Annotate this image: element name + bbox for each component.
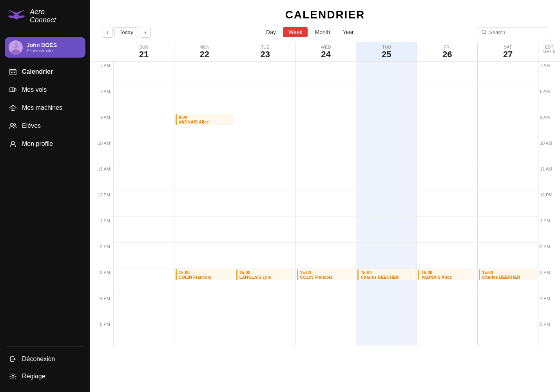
cell-fri-3pm[interactable]: 15:00 VADNAIS Alice: [417, 269, 478, 294]
cell-sat-1pm[interactable]: [478, 217, 538, 243]
event-vadnais-fri-3pm[interactable]: 15:00 VADNAIS Alice: [418, 269, 476, 280]
cell-tue-2pm[interactable]: [235, 243, 296, 269]
cell-tue-3pm[interactable]: 15:00 LANGLAIS Lyle: [235, 269, 296, 294]
cell-mon-3pm[interactable]: 15:00 COLIN Francois: [174, 269, 235, 294]
cell-tue-4pm[interactable]: [235, 294, 296, 320]
cell-mon-2pm[interactable]: [174, 243, 235, 269]
cell-tue-8am[interactable]: [235, 87, 296, 113]
cell-fri-1pm[interactable]: [417, 217, 478, 243]
sidebar-item-reglage[interactable]: Réglage: [3, 368, 87, 385]
cell-sat-3pm[interactable]: 15:00 Charles BEECHER: [478, 269, 538, 294]
cell-fri-11am[interactable]: [417, 165, 478, 191]
cell-thu-4pm[interactable]: [356, 294, 417, 320]
cell-sat-12pm[interactable]: [478, 191, 538, 217]
cell-thu-7am[interactable]: [356, 62, 417, 87]
cell-mon-1pm[interactable]: [174, 217, 235, 243]
cell-sat-8am[interactable]: [478, 87, 538, 113]
event-colin-wed-3pm[interactable]: 15:00 COLIN Francois: [297, 269, 355, 280]
cell-wed-3pm[interactable]: 15:00 COLIN Francois: [296, 269, 357, 294]
view-week-button[interactable]: Week: [283, 27, 308, 37]
event-vadnais-alice-9am[interactable]: 9:00 VADNAIS Alice: [176, 114, 234, 125]
sidebar-item-mon-profile[interactable]: Mon profile: [3, 135, 87, 152]
sidebar-item-mes-vols[interactable]: Mes vols: [3, 81, 87, 98]
cell-sun-4pm[interactable]: [114, 294, 174, 320]
cell-sun-10am[interactable]: [114, 139, 174, 165]
user-profile-card[interactable]: John DOES Pilot instructor: [5, 37, 85, 58]
cell-fri-4pm[interactable]: [417, 294, 478, 320]
cell-tue-10am[interactable]: [235, 139, 296, 165]
cell-wed-4pm[interactable]: [296, 294, 357, 320]
cell-thu-1pm[interactable]: [356, 217, 417, 243]
cell-sat-5pm[interactable]: [478, 320, 538, 346]
cell-thu-3pm[interactable]: 15:00 Charles BEECHER: [356, 269, 417, 294]
cell-thu-2pm[interactable]: [356, 243, 417, 269]
cell-wed-7am[interactable]: [296, 62, 357, 87]
cell-wed-10am[interactable]: [296, 139, 357, 165]
cell-wed-12pm[interactable]: [296, 191, 357, 217]
cell-mon-10am[interactable]: [174, 139, 235, 165]
cell-sun-2pm[interactable]: [114, 243, 174, 269]
cell-wed-11am[interactable]: [296, 165, 357, 191]
view-month-button[interactable]: Month: [309, 27, 335, 37]
event-beecher-sat-3pm[interactable]: 15:00 Charles BEECHER: [479, 269, 537, 280]
cell-thu-12pm[interactable]: [356, 191, 417, 217]
cell-mon-7am[interactable]: [174, 62, 235, 87]
next-week-button[interactable]: ›: [140, 27, 151, 38]
cell-sun-7am[interactable]: [114, 62, 174, 87]
cell-tue-1pm[interactable]: [235, 217, 296, 243]
cell-fri-10am[interactable]: [417, 139, 478, 165]
cell-wed-5pm[interactable]: [296, 320, 357, 346]
sidebar-item-eleves[interactable]: Elèves: [3, 117, 87, 134]
view-day-button[interactable]: Day: [261, 27, 281, 37]
cell-sun-11am[interactable]: [114, 165, 174, 191]
cell-mon-5pm[interactable]: [174, 320, 235, 346]
cell-fri-5pm[interactable]: [417, 320, 478, 346]
cell-thu-11am[interactable]: [356, 165, 417, 191]
cell-tue-9am[interactable]: [235, 113, 296, 139]
cell-sat-9am[interactable]: [478, 113, 538, 139]
cell-sun-1pm[interactable]: [114, 217, 174, 243]
cell-tue-12pm[interactable]: [235, 191, 296, 217]
cell-sun-12pm[interactable]: [114, 191, 174, 217]
cell-thu-9am[interactable]: [356, 113, 417, 139]
cell-mon-8am[interactable]: [174, 87, 235, 113]
cell-sat-4pm[interactable]: [478, 294, 538, 320]
cell-fri-7am[interactable]: [417, 62, 478, 87]
cell-sun-9am[interactable]: [114, 113, 174, 139]
cell-sat-11am[interactable]: [478, 165, 538, 191]
prev-week-button[interactable]: ‹: [102, 27, 113, 38]
cell-tue-7am[interactable]: [235, 62, 296, 87]
cell-fri-9am[interactable]: [417, 113, 478, 139]
cell-mon-11am[interactable]: [174, 165, 235, 191]
cell-fri-2pm[interactable]: [417, 243, 478, 269]
view-year-button[interactable]: Year: [337, 27, 359, 37]
event-langlais-tue-3pm[interactable]: 15:00 LANGLAIS Lyle: [236, 269, 294, 280]
cell-mon-4pm[interactable]: [174, 294, 235, 320]
cell-wed-8am[interactable]: [296, 87, 357, 113]
cell-thu-10am[interactable]: [356, 139, 417, 165]
cell-fri-8am[interactable]: [417, 87, 478, 113]
cell-sat-2pm[interactable]: [478, 243, 538, 269]
cell-mon-12pm[interactable]: [174, 191, 235, 217]
sidebar-item-deconnexion[interactable]: Déconexion: [3, 350, 87, 368]
cell-sun-5pm[interactable]: [114, 320, 174, 346]
sidebar-item-calendrier[interactable]: Calendrier: [3, 63, 87, 80]
cell-thu-5pm[interactable]: [356, 320, 417, 346]
cell-sat-7am[interactable]: [478, 62, 538, 87]
search-input[interactable]: [489, 29, 544, 35]
cell-sun-3pm[interactable]: [114, 269, 174, 294]
cell-mon-9am[interactable]: 9:00 VADNAIS Alice: [174, 113, 235, 139]
event-beecher-thu-3pm[interactable]: 15:00 Charles BEECHER: [357, 269, 415, 280]
event-colin-mon-3pm[interactable]: 15:00 COLIN Francois: [176, 269, 234, 280]
cell-wed-1pm[interactable]: [296, 217, 357, 243]
sidebar-item-mes-machines[interactable]: Mes machines: [3, 99, 87, 116]
today-button[interactable]: Today: [114, 27, 138, 37]
cell-wed-9am[interactable]: [296, 113, 357, 139]
cell-sun-8am[interactable]: [114, 87, 174, 113]
cell-sat-10am[interactable]: [478, 139, 538, 165]
cell-wed-2pm[interactable]: [296, 243, 357, 269]
cell-fri-12pm[interactable]: [417, 191, 478, 217]
cell-thu-8am[interactable]: [356, 87, 417, 113]
cell-tue-11am[interactable]: [235, 165, 296, 191]
cell-tue-5pm[interactable]: [235, 320, 296, 346]
